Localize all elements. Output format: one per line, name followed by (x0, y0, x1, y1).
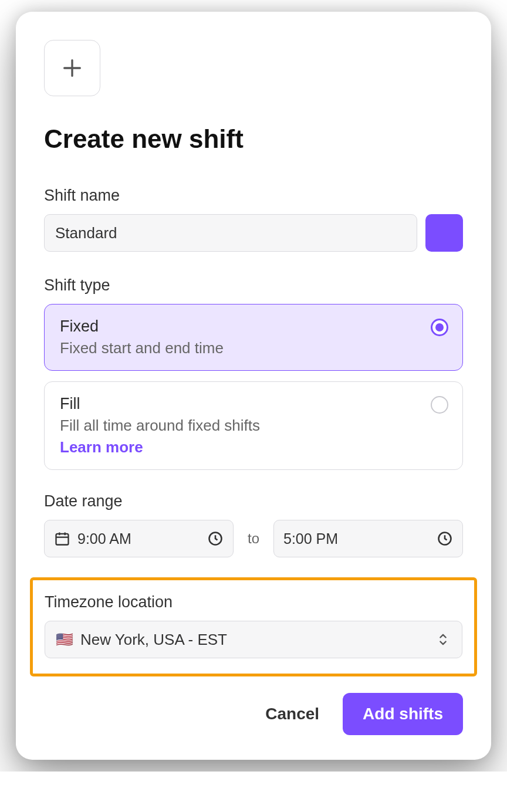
clock-icon (437, 530, 453, 547)
option-title: Fixed (60, 317, 447, 336)
shift-name-input[interactable] (44, 214, 417, 252)
chevron-updown-icon (435, 631, 451, 648)
flag-icon: 🇺🇸 (56, 631, 73, 648)
timezone-highlight: Timezone location 🇺🇸 New York, USA - EST (30, 577, 477, 676)
cancel-button[interactable]: Cancel (265, 705, 319, 723)
option-desc: Fixed start and end time (60, 339, 447, 357)
to-label: to (248, 530, 259, 547)
clock-icon (207, 530, 224, 547)
timezone-value: New York, USA - EST (80, 631, 428, 649)
add-shifts-button[interactable]: Add shifts (343, 693, 463, 735)
shift-type-group: Fixed Fixed start and end time Fill Fill… (44, 304, 463, 470)
option-desc: Fill all time around fixed shifts (60, 417, 447, 435)
calendar-icon (54, 530, 70, 547)
start-time-value: 9:00 AM (77, 530, 200, 547)
modal-footer: Cancel Add shifts (44, 693, 463, 735)
modal-title: Create new shift (44, 124, 463, 154)
shift-type-fill[interactable]: Fill Fill all time around fixed shifts L… (44, 381, 463, 470)
start-time-input[interactable]: 9:00 AM (44, 520, 234, 557)
radio-unselected-icon (431, 396, 448, 414)
date-range-label: Date range (44, 492, 463, 510)
option-title: Fill (60, 395, 447, 413)
timezone-label: Timezone location (45, 593, 462, 611)
plus-icon (60, 56, 84, 80)
shift-type-fixed[interactable]: Fixed Fixed start and end time (44, 304, 463, 371)
end-time-value: 5:00 PM (283, 530, 430, 547)
shift-type-label: Shift type (44, 276, 463, 295)
timezone-select[interactable]: 🇺🇸 New York, USA - EST (45, 621, 462, 658)
color-swatch[interactable] (425, 214, 463, 252)
create-shift-modal: Create new shift Shift name Shift type F… (16, 12, 491, 760)
learn-more-link[interactable]: Learn more (60, 438, 143, 456)
radio-selected-icon (431, 319, 448, 336)
shift-name-label: Shift name (44, 187, 463, 205)
add-icon-button[interactable] (44, 40, 100, 96)
shift-name-row (44, 214, 463, 252)
end-time-input[interactable]: 5:00 PM (273, 520, 463, 557)
date-range-row: 9:00 AM to 5:00 PM (44, 520, 463, 557)
svg-rect-2 (56, 534, 69, 545)
